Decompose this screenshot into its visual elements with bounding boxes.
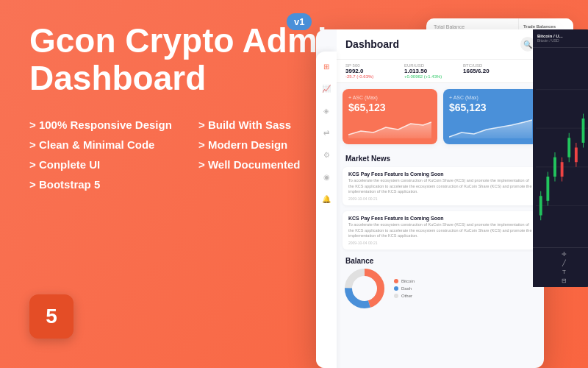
market-news-title: Market News [337,150,544,164]
legend-dot-bitcoin [394,279,398,283]
news-item-2: KCS Pay Fees Feature Is Coming Soon To a… [343,211,538,250]
sidebar-icon-user[interactable]: ◉ [320,171,332,183]
dashboard-container: Total Balance 0.000 USD Chart Cumulative… [316,7,588,361]
tool-text[interactable]: T [536,269,588,275]
orange-chart [348,116,431,138]
title-line2: Dashboard [29,59,206,97]
panel-title: Dashboard [345,38,399,50]
chart-tools: ✛ ╱ T ⊟ [533,247,588,287]
main-background: Gcon Crypto Admin Dashboard > 100% Respo… [0,0,588,368]
feature-responsive: > 100% Responsive Design [29,118,184,131]
tool-line[interactable]: ╱ [536,260,588,266]
stat-card-blue: + ASC (Max) $65,123 [443,89,538,144]
tool-cursor[interactable]: ✛ [536,251,588,258]
feature-complete-ui: > Conplete UI [29,158,184,171]
donut-chart [343,266,387,311]
main-panel: ⊞ 📈 ◈ ⇄ ⚙ ◉ 🔔 Dashboard 🔍 SP 500 [316,29,544,368]
features-grid: > 100% Responsive Design > Build With Sa… [29,118,353,191]
html5-number: 5 [46,305,57,328]
ticker-sp500: SP 500 3992.0 -25.7 (-0.63%) [345,63,397,79]
balance-chart-container: Bitcoin Dash Other [337,266,544,311]
ticker-eurusd: EUR/USD 1.013.50 +0.00962 (+1.43%) [404,63,456,79]
stats-row: + ASC (Max) $65,123 [337,83,544,150]
ticker-row: SP 500 3992.0 -25.7 (-0.63%) EUR/USD 1.0… [337,60,544,83]
tool-ruler[interactable]: ⊟ [536,277,588,284]
feature-clean-code: > Clean & Minimal Code [29,138,184,151]
stat-card-orange: + ASC (Max) $65,123 [343,89,437,144]
right-chart-panel: Bitcoin / U... Bitcoin / USD [533,29,588,287]
sidebar-icon-wallet[interactable]: ◈ [320,105,332,116]
donut-legend: Bitcoin Dash Other [394,279,415,298]
balance-title: Balance [337,252,544,266]
feature-bootstrap: > Bootstrap 5 [29,178,184,191]
news-item-1: KCS Pay Fees Feature Is Coming Soon To a… [343,167,538,205]
legend-dot-dash [394,286,398,291]
legend-dash: Dash [394,286,415,291]
html5-logo: 5 [29,294,74,339]
main-title: Gcon Crypto Admin Dashboard [29,22,353,96]
sidebar-icon-chart[interactable]: 📈 [320,82,332,94]
left-content: Gcon Crypto Admin Dashboard > 100% Respo… [29,22,353,191]
sidebar-icon-bell[interactable]: 🔔 [320,193,332,205]
sidebar-icon-settings[interactable]: ⚙ [320,149,332,160]
blue-chart [449,116,532,138]
ticker-btcusd: BTC/USD 1665/6.20 [463,63,514,79]
legend-dot-other [394,294,398,298]
version-badge: v1 [287,13,312,30]
panel-header: Dashboard 🔍 [337,29,544,60]
right-chart-header: Bitcoin / U... Bitcoin / USD [533,29,588,48]
sidebar-icon-exchange[interactable]: ⇄ [320,127,332,138]
legend-bitcoin: Bitcoin [394,279,415,283]
sidebar-icon-home[interactable]: ⊞ [320,60,332,72]
trade-balances-title: Trade Balances [523,24,569,29]
legend-other: Other [394,294,415,298]
sidebar: ⊞ 📈 ◈ ⇄ ⚙ ◉ 🔔 [316,52,337,368]
panel-content: Dashboard 🔍 SP 500 3992.0 -25.7 (-0.63%)… [337,29,544,368]
candlestick-chart [533,48,588,247]
